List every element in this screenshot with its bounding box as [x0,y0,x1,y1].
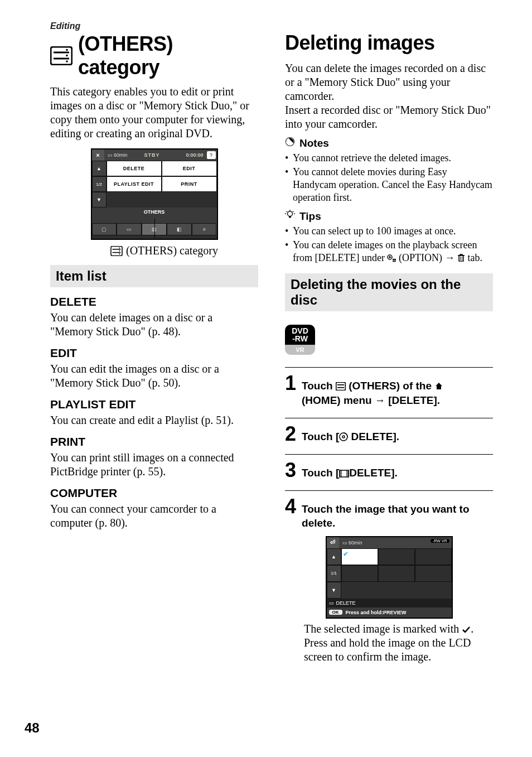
film-icon: ▭ [329,600,334,606]
computer-body: You can connect your camcorder to a comp… [50,502,258,530]
divider [285,418,493,418]
breadcrumb: Editing [50,21,258,31]
menu-screenshot: × ▭ 60min STBY 0:00:00 ? ▲ DELETE EDIT 1… [50,148,258,258]
disc-icon [339,431,348,442]
tab-view-icon[interactable]: ▭ [117,223,142,235]
step-1: 1 Touch (OTHERS) of the (HOME) menu → [D… [285,373,493,407]
menu-edit-button[interactable]: EDIT [162,161,217,176]
others-category-icon [336,380,346,392]
battery-indicator: ▭ 60min [342,540,362,546]
svg-rect-13 [289,216,291,218]
notes-icon [285,137,295,150]
notes-list: You cannot retrieve the deleted images. … [285,152,493,204]
svg-point-5 [66,60,68,62]
svg-point-32 [342,436,345,438]
tips-list: You can select up to 100 images at once.… [285,225,493,264]
ok-button[interactable]: OK [329,610,342,615]
figure-caption: (OTHERS) category [110,244,218,257]
page-title-row: (OTHERS) category [50,32,258,79]
scroll-up-icon[interactable]: ▲ [92,161,107,176]
thumbnail-empty[interactable] [378,565,415,582]
edit-body: You can edit the images on a disc or a "… [50,362,258,390]
others-category-icon [50,46,72,65]
disc-type-badge: -RW VR [431,539,449,543]
svg-point-11 [119,253,120,254]
tab-camera-icon[interactable]: ▢ [92,223,117,235]
dvd-rw-badge: DVD -RW [285,325,315,345]
help-icon[interactable]: ? [207,151,216,159]
after-step-text: The selected image is marked with . Pres… [304,622,493,664]
step-number: 3 [285,460,296,480]
delete-screenshot: ⏎ ▭ 60min -RW VR ▲ ✔ 1/1 ▼ [285,536,493,619]
list-item: You can delete images on the playback sc… [285,239,493,264]
list-item: You cannot delete movies during Easy Han… [285,166,493,204]
page-title: (OTHERS) category [78,32,258,79]
film-icon [339,467,349,479]
list-item: You cannot retrieve the deleted images. [285,152,493,165]
thumbnail-empty[interactable] [415,565,452,582]
timecode: 0:00:00 [186,152,203,158]
thumbnail-empty[interactable] [378,548,415,565]
delete-heading: DELETE [50,295,258,308]
divider [285,454,493,455]
hint-text: Press and hold:PREVIEW [346,610,407,615]
intro-2: Insert a recorded disc or "Memory Stick … [285,103,493,131]
menu-print-button[interactable]: PRINT [162,176,217,192]
step-3: 3 Touch [DELETE]. [285,460,493,480]
thumbnail-empty[interactable] [341,565,378,582]
vr-badge: VR [285,345,315,355]
scroll-up-icon[interactable]: ▲ [327,548,341,565]
tips-icon [285,210,295,223]
svg-point-4 [66,55,68,57]
checkmark-icon [462,623,471,635]
step-number: 4 [285,496,296,517]
svg-line-18 [293,211,293,212]
close-icon[interactable]: × [92,150,104,161]
computer-heading: COMPUTER [50,486,258,500]
notes-heading: Notes [285,137,493,150]
section-heading: Deleting the movies on the disc [285,273,493,311]
menu-delete-button[interactable]: DELETE [107,161,162,176]
svg-point-10 [119,250,120,251]
svg-rect-6 [111,246,122,255]
svg-rect-28 [336,383,346,390]
trash-icon [457,252,465,263]
disc-format-badge: DVD -RW VR [285,325,315,355]
tab-manage-icon[interactable]: ◧ [167,223,192,235]
page-title: Deleting images [285,31,493,55]
left-column: Editing (OTHERS) category This category … [50,21,258,664]
delete-body: You can delete images on a disc or a "Me… [50,311,258,339]
playlist-heading: PLAYLIST EDIT [50,398,258,411]
svg-rect-24 [459,255,463,261]
edit-heading: EDIT [50,346,258,360]
tips-heading: Tips [285,210,493,223]
step-2: 2 Touch [ DELETE]. [285,424,493,444]
playlist-body: You can create and edit a Playlist (p. 5… [50,413,258,427]
back-icon[interactable]: ⏎ [327,537,339,548]
svg-point-3 [66,49,68,51]
tab-settings-icon[interactable]: ≡ [192,223,217,235]
pager: 1/2 [92,176,107,192]
pager: 1/1 [327,565,341,582]
step-number: 1 [285,373,296,393]
step-4: 4 Touch the image that you want to delet… [285,496,493,531]
item-list-heading: Item list [50,265,258,287]
status-stby: STBY [144,152,160,158]
print-heading: PRINT [50,435,258,449]
menu-playlist-button[interactable]: PLAYLIST EDIT [107,176,162,192]
svg-line-17 [287,211,287,212]
page-number: 48 [25,720,40,736]
scroll-down-icon[interactable]: ▼ [92,192,107,208]
right-column: Deleting images You can delete the image… [285,21,493,664]
divider [285,367,493,368]
svg-point-12 [288,211,293,216]
home-icon [434,380,443,392]
thumbnail-selected[interactable]: ✔ [341,548,378,565]
print-body: You can print still images on a connecte… [50,451,258,479]
scroll-down-icon[interactable]: ▼ [327,582,341,599]
svg-rect-0 [51,47,72,65]
others-category-icon [110,246,123,256]
thumbnail-empty[interactable] [415,548,452,565]
svg-point-9 [119,247,120,248]
option-icon [387,252,396,263]
